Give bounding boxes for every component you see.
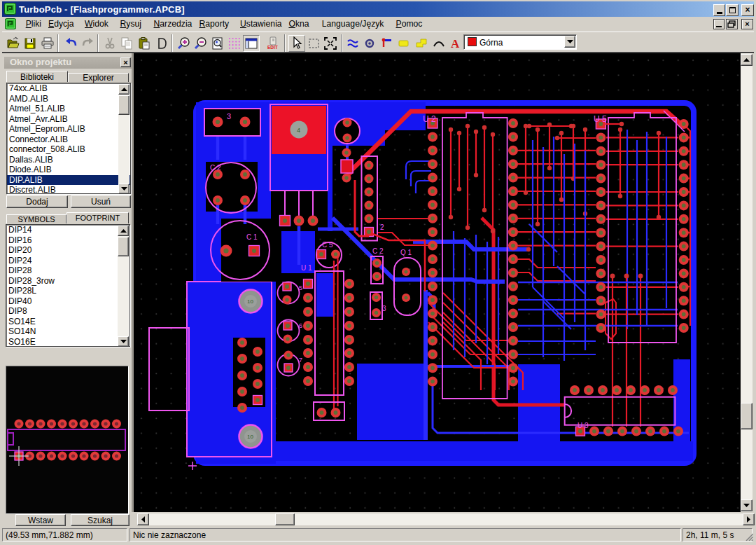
svg-text:C 2: C 2 bbox=[372, 247, 384, 255]
svg-text:3: 3 bbox=[382, 305, 386, 312]
svg-text:2: 2 bbox=[380, 223, 384, 231]
svg-text:U 1: U 1 bbox=[301, 264, 312, 272]
svg-text:4: 4 bbox=[297, 127, 300, 134]
svg-text:10: 10 bbox=[247, 298, 253, 305]
svg-text:U 2: U 2 bbox=[423, 114, 436, 124]
svg-text:A: A bbox=[451, 37, 460, 50]
svg-text:5: 5 bbox=[299, 284, 302, 291]
svg-text:10: 10 bbox=[247, 434, 253, 440]
svg-text:7: 7 bbox=[299, 357, 302, 364]
svg-text:Q 1: Q 1 bbox=[400, 249, 412, 256]
svg-text:U 3: U 3 bbox=[578, 422, 589, 429]
svg-text:C 5: C 5 bbox=[322, 241, 333, 249]
svg-text:3: 3 bbox=[227, 112, 231, 120]
svg-text:U 5: U 5 bbox=[594, 114, 607, 124]
svg-text:C 1: C 1 bbox=[246, 233, 258, 241]
svg-text:6: 6 bbox=[299, 322, 302, 329]
svg-text:EDIT: EDIT bbox=[267, 45, 278, 50]
svg-text:C 2: C 2 bbox=[210, 164, 221, 172]
